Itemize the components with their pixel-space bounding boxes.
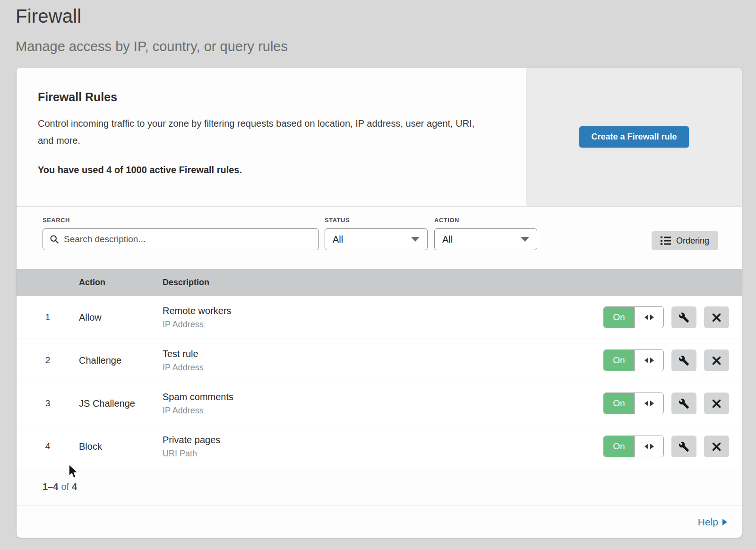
toggle-drag-handle[interactable] [634,393,663,414]
close-icon [712,313,721,322]
rule-enabled-toggle[interactable]: On [603,306,664,328]
arrow-right-icon [650,444,654,449]
toggle-on-label[interactable]: On [604,307,634,328]
filters-bar: SEARCH STATUS All ACTION All [17,207,742,269]
create-firewall-rule-button[interactable]: Create a Firewall rule [579,126,688,148]
close-icon [712,442,721,451]
status-selected-value: All [333,234,343,245]
toggle-on-label[interactable]: On [604,393,634,414]
rule-action: Challenge [79,355,163,366]
edit-rule-button[interactable] [671,349,696,371]
rules-usage-text: You have used 4 of 1000 active Firewall … [38,165,498,175]
description-column-header: Description [163,278,742,288]
pagination-range: 1–4 [43,481,58,492]
arrow-left-icon [644,358,648,363]
chevron-down-icon [521,237,529,242]
status-select[interactable]: All [325,228,428,250]
table-row: 4 Block Private pages URI Path On [17,425,742,468]
page-subtitle: Manage access by IP, country, or query r… [16,39,756,54]
rule-enabled-toggle[interactable]: On [603,436,664,457]
rule-action: Allow [79,312,163,323]
help-link[interactable]: Help [698,516,727,528]
edit-rule-button[interactable] [671,393,696,414]
create-rule-panel: Create a Firewall rule [526,68,742,206]
rule-description: Remote workers [163,306,603,316]
edit-rule-button[interactable] [671,436,696,457]
rule-action: Block [79,441,163,452]
rules-heading: Firewall Rules [38,90,498,104]
ordering-button-label: Ordering [676,236,709,246]
action-label: ACTION [434,217,544,224]
delete-rule-button[interactable] [704,393,729,414]
ordering-button[interactable]: Ordering [652,231,718,250]
rule-match-type: URI Path [163,449,603,459]
arrow-right-icon [650,314,654,320]
rule-match-type: IP Address [163,320,603,330]
rule-priority: 1 [17,312,79,323]
toggle-on-label[interactable]: On [604,436,634,457]
arrow-right-icon [650,358,654,363]
page-header: Firewall Manage access by IP, country, o… [0,0,756,54]
delete-rule-button[interactable] [704,306,729,328]
rule-description: Test rule [163,349,603,359]
chevron-down-icon [411,237,420,242]
rule-controls: On [603,306,742,328]
help-arrow-icon [722,519,727,525]
pagination-total: 4 [72,481,77,492]
arrow-right-icon [650,401,654,406]
rule-action: JS Challenge [79,398,163,409]
delete-rule-button[interactable] [704,349,729,371]
table-header: Action Description [17,269,742,296]
rule-enabled-toggle[interactable]: On [603,393,664,414]
rule-priority: 4 [17,441,79,452]
edit-rule-button[interactable] [671,306,696,328]
action-filter-group: ACTION All [434,217,544,250]
rules-intro: Firewall Rules Control incoming traffic … [17,68,526,206]
page-title: Firewall [16,6,756,27]
firewall-rules-card: Firewall Rules Control incoming traffic … [17,68,742,538]
toggle-drag-handle[interactable] [634,307,663,328]
action-select[interactable]: All [434,228,537,250]
rule-priority: 3 [17,398,79,409]
wrench-icon [679,398,689,409]
table-row: 3 JS Challenge Spam comments IP Address … [17,382,742,425]
rule-controls: On [603,393,742,414]
toggle-drag-handle[interactable] [634,350,663,371]
search-label: SEARCH [43,217,325,224]
search-filter-group: SEARCH [43,217,325,250]
rule-description: Spam comments [163,392,603,402]
rule-controls: On [603,349,742,371]
arrow-left-icon [644,314,648,320]
card-top-section: Firewall Rules Control incoming traffic … [17,68,742,207]
toggle-on-label[interactable]: On [604,350,634,371]
search-input[interactable] [64,234,312,244]
arrow-left-icon [644,444,648,449]
delete-rule-button[interactable] [704,436,729,457]
status-label: STATUS [325,217,434,224]
toggle-drag-handle[interactable] [634,436,663,457]
action-selected-value: All [442,234,453,245]
table-row: 1 Allow Remote workers IP Address On [17,296,742,339]
wrench-icon [679,355,689,366]
rule-description: Private pages [163,435,603,445]
search-box[interactable] [43,228,319,250]
rule-match-type: IP Address [163,363,603,373]
search-icon [50,235,59,244]
rule-match-type: IP Address [163,406,603,416]
rule-enabled-toggle[interactable]: On [603,349,664,371]
arrow-left-icon [644,401,648,406]
pagination-separator: of [61,481,69,492]
rule-priority: 2 [17,355,79,366]
help-row: Help [17,506,742,538]
table-row: 2 Challenge Test rule IP Address On [17,339,742,382]
rule-controls: On [603,436,742,457]
pagination-row: 1–4 of 4 [17,468,742,506]
action-column-header: Action [79,278,163,288]
wrench-icon [679,312,689,323]
close-icon [712,399,721,408]
close-icon [712,356,721,365]
rules-description: Control incoming traffic to your zone by… [38,115,490,149]
ordered-list-icon [661,236,671,245]
wrench-icon [679,441,689,452]
help-link-label: Help [698,516,718,528]
